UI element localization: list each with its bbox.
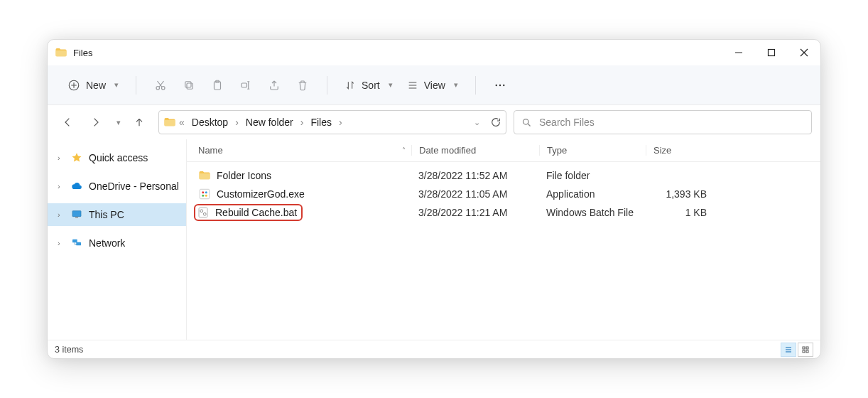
- sort-button-label: Sort: [362, 80, 380, 91]
- maximize-button[interactable]: [755, 40, 788, 65]
- chevron-right-icon: ›: [339, 117, 342, 128]
- navigation-pane: › Quick access › OneDrive - Personal › T…: [48, 139, 187, 340]
- sidebar-item-onedrive[interactable]: › OneDrive - Personal: [48, 175, 186, 198]
- view-button[interactable]: View ▾: [400, 75, 465, 95]
- back-button[interactable]: [56, 110, 80, 134]
- svg-rect-29: [803, 350, 805, 353]
- sidebar-item-label: Network: [89, 237, 125, 249]
- column-header-type[interactable]: Type: [539, 145, 646, 156]
- sidebar-item-network[interactable]: › Network: [48, 232, 186, 254]
- file-row[interactable]: CustomizerGod.exe 3/28/2022 11:05 AM App…: [187, 185, 820, 203]
- column-header-size[interactable]: Size: [646, 145, 714, 156]
- file-type: Application: [539, 188, 646, 200]
- network-icon: [70, 237, 83, 249]
- new-button[interactable]: New ▾: [60, 75, 126, 96]
- batch-file-icon: [197, 206, 210, 219]
- chevron-right-icon: ›: [300, 117, 304, 128]
- search-input[interactable]: [539, 117, 804, 128]
- sort-button[interactable]: Sort ▾: [337, 75, 400, 95]
- address-bar[interactable]: « Desktop › New folder › Files › ⌄: [158, 110, 506, 134]
- svg-rect-18: [76, 242, 81, 246]
- details-view-toggle[interactable]: [781, 343, 796, 357]
- titlebar: Files: [48, 40, 820, 65]
- chevron-down-icon[interactable]: ⌄: [474, 118, 480, 127]
- column-header-name[interactable]: Name ˄: [187, 145, 411, 156]
- file-size: 1 KB: [646, 207, 714, 218]
- svg-rect-0: [735, 53, 742, 53]
- svg-point-10: [495, 84, 497, 85]
- svg-point-22: [202, 195, 204, 197]
- item-count: 3 items: [55, 345, 83, 355]
- copy-button[interactable]: [175, 72, 203, 98]
- svg-point-4: [162, 86, 166, 90]
- svg-point-3: [156, 86, 160, 90]
- file-date: 3/28/2022 11:05 AM: [411, 188, 539, 200]
- paste-button[interactable]: [203, 72, 232, 98]
- more-button[interactable]: [486, 72, 514, 98]
- star-icon: [70, 151, 83, 164]
- forward-button[interactable]: [83, 110, 107, 134]
- rename-button[interactable]: [232, 72, 260, 98]
- chevron-right-icon: ›: [58, 239, 65, 247]
- file-name: CustomizerGod.exe: [217, 188, 305, 200]
- search-box[interactable]: [514, 110, 812, 134]
- sidebar-item-label: This PC: [89, 209, 124, 220]
- sidebar-item-quick-access[interactable]: › Quick access: [48, 146, 186, 169]
- sidebar-item-label: OneDrive - Personal: [89, 181, 179, 192]
- file-row[interactable]: Rebuild Cache.bat 3/28/2022 11:21 AM Win…: [187, 203, 820, 222]
- file-date: 3/28/2022 11:21 AM: [411, 207, 539, 218]
- chevron-right-icon: ›: [58, 182, 65, 190]
- svg-point-12: [503, 84, 504, 85]
- recent-locations-button[interactable]: ▾: [110, 110, 124, 134]
- breadcrumb-item[interactable]: Desktop: [188, 114, 232, 131]
- sidebar-item-this-pc[interactable]: › This PC: [48, 203, 186, 226]
- chevron-right-icon: ›: [58, 154, 65, 162]
- svg-point-20: [202, 191, 204, 193]
- view-button-label: View: [424, 80, 445, 91]
- svg-rect-14: [72, 211, 81, 217]
- file-list: Name ˄ Date modified Type Size Folder Ic…: [187, 139, 820, 340]
- svg-rect-16: [75, 217, 78, 217]
- file-name: Rebuild Cache.bat: [215, 207, 297, 218]
- svg-point-21: [205, 191, 207, 193]
- svg-point-23: [205, 195, 207, 197]
- status-bar: 3 items: [48, 340, 820, 358]
- minimize-button[interactable]: [722, 40, 755, 65]
- svg-rect-28: [806, 347, 808, 349]
- share-button[interactable]: [260, 72, 288, 98]
- chevron-right-icon: ›: [58, 210, 65, 219]
- chevron-down-icon: ▾: [454, 80, 458, 90]
- chevron-down-icon: ▾: [114, 80, 119, 90]
- svg-rect-9: [242, 83, 247, 87]
- column-headers: Name ˄ Date modified Type Size: [187, 139, 820, 162]
- cloud-icon: [70, 180, 83, 193]
- column-header-date[interactable]: Date modified: [411, 145, 539, 156]
- file-size: 1,393 KB: [646, 188, 714, 200]
- chevron-left-double-icon: «: [179, 117, 185, 128]
- svg-point-11: [499, 84, 501, 85]
- delete-button[interactable]: [288, 72, 317, 98]
- svg-rect-1: [769, 50, 775, 56]
- cut-button[interactable]: [146, 72, 175, 98]
- sidebar-item-label: Quick access: [89, 152, 148, 163]
- file-row[interactable]: Folder Icons 3/28/2022 11:52 AM File fol…: [187, 166, 820, 185]
- breadcrumb-item[interactable]: New folder: [242, 114, 298, 131]
- chevron-down-icon: ▾: [389, 80, 393, 90]
- svg-rect-19: [200, 189, 210, 199]
- command-bar: New ▾ Sort ▾ View ▾: [48, 65, 820, 105]
- file-date: 3/28/2022 11:52 AM: [411, 170, 539, 181]
- file-type: Windows Batch File: [539, 207, 646, 218]
- sort-indicator-icon: ˄: [402, 146, 406, 154]
- close-button[interactable]: [788, 40, 820, 65]
- search-icon: [521, 117, 532, 128]
- folder-icon: [163, 116, 176, 129]
- icons-view-toggle[interactable]: [798, 343, 813, 357]
- breadcrumb-item[interactable]: Files: [306, 114, 336, 131]
- refresh-button[interactable]: [490, 117, 501, 128]
- svg-rect-24: [199, 208, 207, 217]
- svg-point-13: [523, 119, 529, 124]
- monitor-icon: [70, 208, 83, 221]
- svg-rect-17: [72, 240, 77, 243]
- up-button[interactable]: [127, 110, 151, 134]
- chevron-right-icon: ›: [235, 117, 239, 128]
